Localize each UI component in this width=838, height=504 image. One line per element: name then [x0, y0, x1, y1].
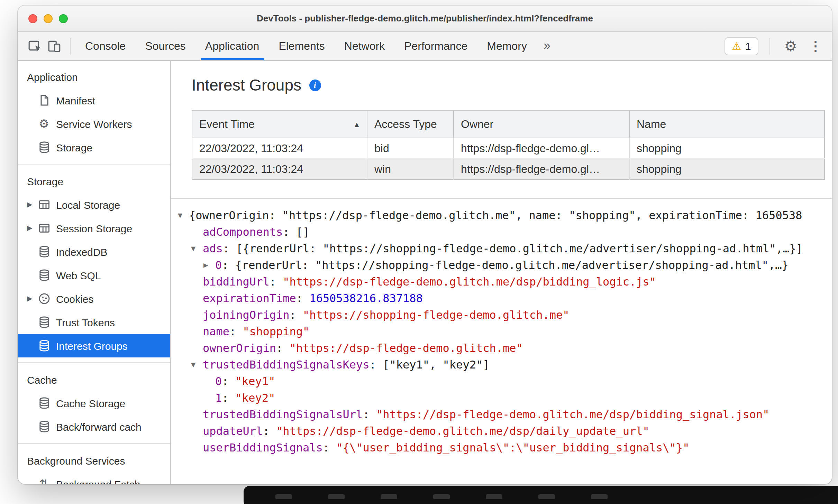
- tree-line: 1: "key2": [171, 390, 832, 407]
- column-header-name[interactable]: Name: [629, 110, 825, 138]
- expand-arrow-icon[interactable]: ▶: [27, 225, 37, 232]
- token-key: trustedBiddingSignalsKeys: [203, 358, 370, 371]
- toolbar-right-cluster: ⚠ 1 ⚙ ⋮: [724, 37, 825, 55]
- tree-line: name: "shopping": [171, 324, 832, 340]
- gear-icon: ⚙: [37, 117, 51, 130]
- sidebar-item-service-workers[interactable]: ⚙Service Workers: [18, 112, 170, 136]
- tab-sources[interactable]: Sources: [135, 32, 195, 60]
- strip-dash: [275, 494, 292, 499]
- more-tabs-button[interactable]: »: [537, 39, 557, 53]
- column-header-owner[interactable]: Owner: [454, 110, 629, 138]
- sidebar-item-label: Background Fetch: [56, 478, 140, 484]
- table-row[interactable]: 22/03/2022, 11:03:24winhttps://dsp-fledg…: [192, 159, 825, 179]
- tab-network[interactable]: Network: [335, 32, 394, 60]
- expand-arrow-icon[interactable]: ▶: [27, 201, 37, 208]
- zoom-button[interactable]: [59, 14, 68, 23]
- token-plain: :: [276, 342, 290, 355]
- table-body: 22/03/2022, 11:03:24bidhttps://dsp-fledg…: [192, 138, 825, 179]
- minimize-button[interactable]: [44, 14, 53, 23]
- tab-memory[interactable]: Memory: [477, 32, 537, 60]
- table-cell: https://dsp-fledge-demo.gl…: [454, 159, 629, 179]
- sidebar-item-manifest[interactable]: Manifest: [18, 88, 170, 112]
- table-cell: bid: [367, 138, 454, 159]
- column-header-access-type[interactable]: Access Type: [367, 110, 454, 138]
- tree-line[interactable]: ▼ads: [{renderUrl: "https://shopping-fle…: [171, 241, 832, 257]
- tree-line[interactable]: ▼trustedBiddingSignalsKeys: ["key1", "ke…: [171, 357, 832, 373]
- settings-gear-icon[interactable]: ⚙: [781, 39, 800, 53]
- token-key: 1: [215, 391, 222, 404]
- sidebar-item-label: Service Workers: [56, 118, 132, 130]
- devtools-toolbar: ConsoleSourcesApplicationElementsNetwork…: [18, 32, 832, 61]
- sidebar-item-label: Back/forward cach: [56, 421, 142, 432]
- expanded-arrow-icon[interactable]: ▼: [191, 241, 195, 257]
- sidebar-item-trust-tokens[interactable]: Trust Tokens: [18, 310, 170, 334]
- strip-dash: [433, 494, 450, 499]
- token-key: name: [203, 325, 229, 338]
- sidebar-item-storage[interactable]: Storage: [18, 136, 170, 159]
- sidebar-item-cache-storage[interactable]: Cache Storage: [18, 391, 170, 415]
- tab-application[interactable]: Application: [195, 32, 269, 60]
- tab-performance[interactable]: Performance: [394, 32, 477, 60]
- page-title-row: Interest Groups i: [192, 76, 825, 95]
- sidebar-section-background-services: Background Services: [18, 449, 170, 472]
- sidebar-item-back-forward-cach[interactable]: Back/forward cach: [18, 415, 170, 438]
- devtools-tabs: ConsoleSourcesApplicationElementsNetwork…: [75, 32, 537, 60]
- expanded-arrow-icon[interactable]: ▼: [191, 357, 195, 373]
- sidebar-item-session-storage[interactable]: ▶Session Storage: [18, 216, 170, 240]
- strip-dash: [591, 494, 608, 499]
- tree-line: expirationTime: 1650538216.837188: [171, 290, 832, 307]
- sidebar-item-local-storage[interactable]: ▶Local Storage: [18, 193, 170, 216]
- manifest-icon: [37, 94, 51, 107]
- table-header-row: Event Time▲Access TypeOwnerName: [192, 110, 825, 138]
- token-string: "https://dsp-fledge-demo.glitch.me": [289, 342, 522, 355]
- info-icon[interactable]: i: [309, 80, 321, 91]
- sidebar-item-indexeddb[interactable]: IndexedDB: [18, 240, 170, 263]
- database-icon: [37, 316, 51, 329]
- token-plain: :: [289, 308, 303, 321]
- application-sidebar: ApplicationManifest⚙Service WorkersStora…: [18, 61, 171, 484]
- database-icon: [37, 269, 51, 282]
- collapsed-arrow-icon[interactable]: ▶: [203, 257, 208, 274]
- sidebar-section-application: Application: [18, 65, 170, 88]
- sidebar-item-label: Local Storage: [56, 199, 120, 211]
- tree-line: adComponents: []: [171, 224, 832, 241]
- token-plain: :: [263, 424, 276, 438]
- expanded-arrow-icon[interactable]: ▼: [178, 207, 182, 224]
- menu-dots-icon[interactable]: ⋮: [806, 39, 825, 53]
- token-plain: : [{renderUrl: "https://shopping-fledge-…: [223, 242, 803, 255]
- issues-warning-badge[interactable]: ⚠ 1: [724, 37, 758, 55]
- tree-line[interactable]: ▶0: {renderUrl: "https://shopping-fledge…: [171, 257, 832, 274]
- sidebar-item-label: Trust Tokens: [56, 316, 115, 328]
- tab-elements[interactable]: Elements: [269, 32, 334, 60]
- sidebar-item-background-fetch[interactable]: ⇅Background Fetch: [18, 472, 170, 484]
- interest-groups-table: Event Time▲Access TypeOwnerName 22/03/20…: [192, 110, 825, 180]
- tree-line[interactable]: ▼{ownerOrigin: "https://dsp-fledge-demo.…: [171, 207, 832, 224]
- device-toolbar-icon[interactable]: [46, 38, 62, 54]
- expand-arrow-icon[interactable]: ▶: [27, 295, 37, 302]
- token-key: ownerOrigin: [203, 342, 276, 355]
- strip-dash: [538, 494, 555, 499]
- token-plain: :: [270, 275, 283, 288]
- token-key: ads: [203, 242, 223, 255]
- cookie-icon: [37, 292, 51, 305]
- sidebar-item-cookies[interactable]: ▶Cookies: [18, 287, 170, 310]
- column-header-event-time[interactable]: Event Time▲: [192, 110, 367, 138]
- sidebar-item-interest-groups[interactable]: Interest Groups: [18, 334, 170, 357]
- token-string: "key1": [235, 375, 275, 388]
- sidebar-item-label: IndexedDB: [56, 246, 107, 258]
- tab-console[interactable]: Console: [75, 32, 135, 60]
- token-plain: :: [222, 375, 235, 388]
- token-key: 0: [215, 259, 222, 272]
- inspect-icon[interactable]: [26, 38, 43, 54]
- sidebar-item-web-sql[interactable]: Web SQL: [18, 263, 170, 287]
- devtools-body: ApplicationManifest⚙Service WorkersStora…: [18, 61, 832, 484]
- window-titlebar: DevTools - publisher-fledge-demo.glitch.…: [18, 6, 832, 32]
- close-button[interactable]: [28, 14, 37, 23]
- sidebar-item-label: Manifest: [56, 94, 95, 106]
- token-key: joiningOrigin: [203, 308, 289, 321]
- toolbar-separator: [70, 38, 71, 54]
- token-string: "{\"user_bidding_signals\":\"user_biddin…: [336, 441, 689, 454]
- table-row[interactable]: 22/03/2022, 11:03:24bidhttps://dsp-fledg…: [192, 138, 825, 159]
- token-key: adComponents: [203, 225, 283, 239]
- database-icon: [37, 245, 51, 258]
